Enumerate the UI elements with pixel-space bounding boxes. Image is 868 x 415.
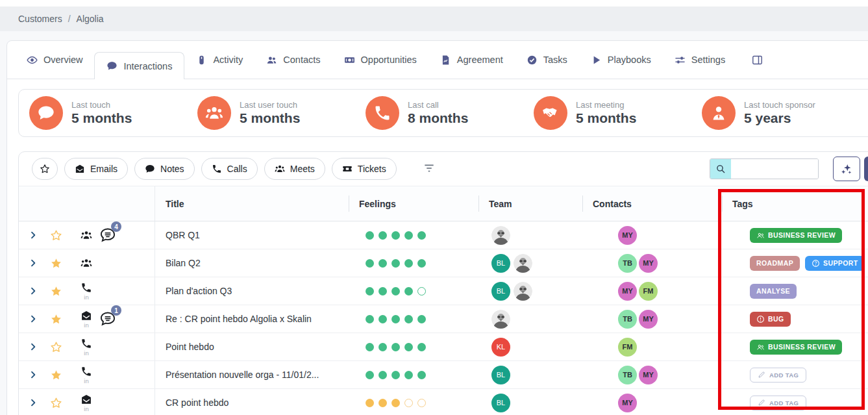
table-row[interactable]: Bilan Q2BLTBMYROADMAPSUPPORT bbox=[19, 249, 868, 277]
filter-icon[interactable] bbox=[419, 161, 440, 177]
expand-row-button[interactable] bbox=[28, 314, 50, 324]
search-icon bbox=[715, 164, 726, 174]
filter-label: Tickets bbox=[358, 164, 386, 174]
feeling-dot bbox=[378, 371, 387, 379]
star-toggle[interactable] bbox=[50, 313, 73, 325]
table-row[interactable]: in1Re : CR point hebdo Algolia x SkalinT… bbox=[19, 305, 868, 333]
tab-label: Agreement bbox=[457, 55, 503, 65]
column-header-contacts[interactable]: Contacts bbox=[582, 186, 722, 221]
add-tag-label: ADD TAG bbox=[769, 371, 799, 379]
team-avatar-photo bbox=[514, 254, 532, 273]
group-icon bbox=[756, 231, 765, 240]
search-input[interactable] bbox=[731, 159, 818, 179]
table-row[interactable]: inCR point hebdoBLMYADD TAG bbox=[19, 389, 868, 415]
filter-calls[interactable]: Calls bbox=[201, 158, 258, 180]
tag-label: ANALYSE bbox=[756, 287, 790, 295]
interaction-title: QBR Q1 bbox=[155, 230, 349, 240]
interaction-title: Présentation nouvelle orga - 11/01/2... bbox=[155, 370, 349, 380]
chevron-right-icon bbox=[28, 397, 38, 408]
contact-avatar: TB bbox=[618, 254, 637, 273]
add-tag-button[interactable]: ADD TAG bbox=[750, 368, 806, 383]
feelings-rating bbox=[349, 371, 478, 379]
table-row[interactable]: 4QBR Q1MYBUSINESS REVIEW bbox=[19, 221, 868, 249]
star-toggle[interactable] bbox=[50, 341, 73, 353]
tab-agreement[interactable]: Agreement bbox=[428, 42, 515, 79]
comments-button[interactable]: 4 bbox=[99, 227, 121, 244]
interactions-table: TitleFeelingsTeamContactsTags4QBR Q1MYBU… bbox=[19, 186, 868, 415]
feeling-dot bbox=[378, 231, 387, 240]
email-icon bbox=[81, 310, 92, 321]
column-header-label: Tags bbox=[732, 199, 753, 209]
feeling-dot bbox=[404, 371, 413, 379]
feeling-dot bbox=[391, 371, 400, 379]
star-toggle[interactable] bbox=[50, 369, 73, 381]
tab-contacts[interactable]: Contacts bbox=[254, 42, 332, 79]
tab-interactions[interactable]: Interactions bbox=[94, 52, 184, 79]
expand-row-button[interactable] bbox=[28, 342, 50, 352]
column-header-title[interactable]: Title bbox=[155, 186, 349, 221]
feeling-dot bbox=[378, 315, 387, 323]
panel-toggle-button[interactable] bbox=[742, 42, 773, 79]
tab-overview[interactable]: Overview bbox=[15, 42, 94, 79]
file-icon bbox=[440, 55, 451, 66]
tag-support: SUPPORT bbox=[805, 256, 865, 271]
feeling-dot bbox=[404, 231, 413, 240]
interaction-title: Re : CR point hebdo Algolia x Skalin bbox=[155, 314, 349, 324]
star-toggle[interactable] bbox=[50, 397, 73, 409]
envelope-icon bbox=[75, 164, 85, 174]
tag-label: ROADMAP bbox=[756, 259, 793, 267]
expand-row-button[interactable] bbox=[28, 258, 50, 268]
tab-label: Activity bbox=[213, 55, 243, 65]
person-tie-icon bbox=[710, 104, 728, 122]
tags-cell: ADD TAG bbox=[722, 368, 868, 383]
contact-avatar: TB bbox=[618, 310, 637, 329]
feeling-dot bbox=[366, 231, 374, 240]
expand-row-button[interactable] bbox=[28, 397, 50, 408]
expand-row-button[interactable] bbox=[28, 286, 50, 296]
expand-row-button[interactable] bbox=[28, 370, 50, 380]
pencil-icon bbox=[758, 399, 765, 407]
star-toggle[interactable] bbox=[50, 229, 73, 242]
tab-tasks[interactable]: Tasks bbox=[515, 42, 579, 79]
via-linkedin-label: in bbox=[84, 406, 88, 412]
tab-bar: OverviewInteractionsActivityContactsOppo… bbox=[7, 41, 868, 79]
tab-opportunities[interactable]: Opportunities bbox=[332, 42, 428, 79]
edge-partial-button[interactable] bbox=[864, 157, 868, 181]
contact-avatar: MY bbox=[639, 254, 658, 273]
add-tag-button[interactable]: ADD TAG bbox=[750, 396, 806, 410]
column-header-feelings[interactable]: Feelings bbox=[349, 186, 478, 221]
contact-avatars: MY bbox=[582, 394, 722, 412]
star-filled-icon bbox=[50, 285, 62, 297]
tag-label: SUPPORT bbox=[823, 259, 858, 267]
team-avatars bbox=[478, 226, 582, 245]
expand-row-button[interactable] bbox=[28, 230, 50, 240]
filter-starred[interactable] bbox=[32, 158, 58, 180]
table-row[interactable]: inPoint hebdoKLFMBUSINESS REVIEW bbox=[19, 333, 868, 361]
table-row[interactable]: inPrésentation nouvelle orga - 11/01/2..… bbox=[19, 361, 868, 389]
column-header-team[interactable]: Team bbox=[478, 186, 582, 221]
table-row[interactable]: inPlan d'action Q3BLMYFMANALYSE bbox=[19, 277, 868, 305]
ai-assist-button[interactable] bbox=[833, 157, 860, 181]
stat-value: 5 months bbox=[240, 110, 300, 126]
tag-label: BUSINESS REVIEW bbox=[768, 231, 836, 239]
star-toggle[interactable] bbox=[50, 285, 73, 297]
tags-cell: ROADMAPSUPPORT bbox=[722, 256, 868, 271]
feelings-rating bbox=[349, 399, 478, 407]
tags-cell: ADD TAG bbox=[722, 396, 868, 410]
column-header-tags[interactable]: Tags bbox=[722, 186, 868, 221]
tab-settings[interactable]: Settings bbox=[663, 42, 737, 79]
comments-button[interactable]: 1 bbox=[99, 310, 121, 327]
interaction-title: Bilan Q2 bbox=[155, 258, 349, 268]
tab-label: Overview bbox=[43, 55, 82, 65]
tab-activity[interactable]: Activity bbox=[184, 42, 254, 79]
touch-stats-bar: Last touch5 monthsLast user touch5 month… bbox=[18, 89, 868, 137]
star-toggle[interactable] bbox=[50, 257, 73, 270]
tab-label: Tasks bbox=[543, 55, 567, 65]
filter-emails[interactable]: Emails bbox=[64, 158, 128, 180]
filter-meets[interactable]: Meets bbox=[264, 158, 325, 180]
filter-tickets[interactable]: Tickets bbox=[332, 158, 397, 180]
breadcrumb-customers[interactable]: Customers bbox=[18, 14, 62, 24]
tab-playbooks[interactable]: Playbooks bbox=[579, 42, 663, 79]
filter-notes[interactable]: Notes bbox=[134, 158, 195, 180]
team-avatar: BL bbox=[491, 282, 510, 301]
